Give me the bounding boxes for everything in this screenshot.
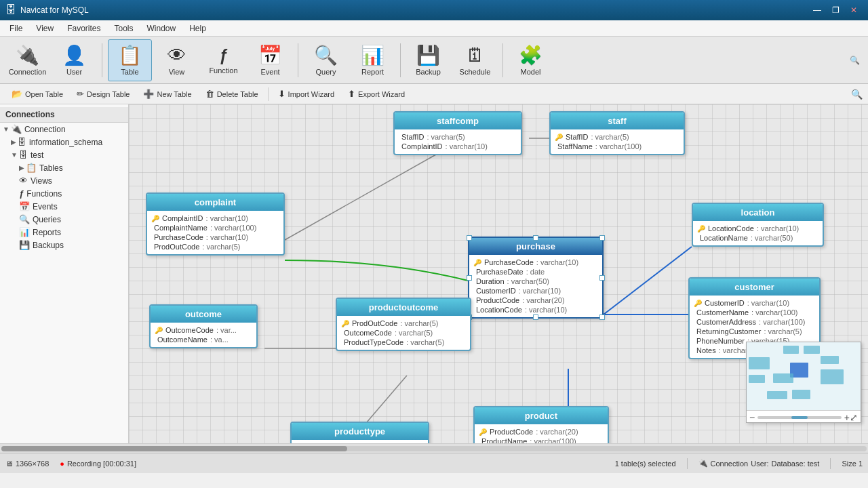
table-row: PurchaseCode : varchar(10) [151,232,279,242]
new-table-button[interactable]: ➕ New Table [137,86,197,102]
sidebar-item-backups[interactable]: 💾 Backups [16,239,128,251]
minimap-block [749,357,769,369]
app-icon: 🗄 [5,4,16,16]
size-text: Size 1 [842,460,863,468]
new-table-icon: ➕ [143,89,154,99]
information-schema-label: information_schema [29,138,102,147]
scroll-track [1,446,867,451]
minimap-block [749,375,765,383]
sidebar-item-tables[interactable]: ▶ 📋 Tables [16,161,128,174]
sidebar-item-reports[interactable]: 📊 Reports [16,226,128,239]
table-producttype[interactable]: producttype 🔑 ProductTypeCode : varchar(… [290,422,429,443]
menu-file[interactable]: File [3,22,29,35]
menu-tools[interactable]: Tools [108,22,140,35]
sidebar-item-events[interactable]: 📅 Events [16,200,128,213]
toolbar-search[interactable]: 🔍 [846,52,863,68]
table-productoutcome[interactable]: productoutcome 🔑 ProdOutCode : varchar(5… [336,298,471,351]
scroll-thumb[interactable] [1,446,347,451]
key-icon: 🔑 [151,215,159,222]
menu-favorites[interactable]: Favorites [60,22,107,35]
sub-toolbar: 📂 Open Table ✏ Design Table ➕ New Table … [0,84,868,104]
toolbar-separator-3 [400,43,401,77]
table-product[interactable]: product 🔑 ProductCode : varchar(20) Prod… [473,406,609,443]
sidebar-item-views[interactable]: 👁 Views [16,174,128,187]
table-purchase[interactable]: purchase 🔑 PurchaseCode : varchar(10) Pu… [468,237,604,319]
menu-window[interactable]: Window [140,22,183,35]
toolbar-separator-2 [298,43,298,77]
minimap-zoom-in[interactable]: + [844,412,850,423]
resize-handle-tm[interactable] [533,235,538,241]
events-label: Events [33,202,58,211]
connection-button[interactable]: 🔌 Connection [5,39,50,81]
schedule-label: Schedule [460,68,491,76]
database-status-text: Database: test [771,460,819,468]
model-button[interactable]: 🧩 Model [509,39,553,81]
menu-help[interactable]: Help [182,22,213,35]
sidebar-item-test[interactable]: ▼ 🗄 test [8,148,128,161]
views-label: Views [31,176,52,186]
table-complaint[interactable]: complaint 🔑 ComplaintID : varchar(10) Co… [146,192,285,256]
table-row: 🔑 PurchaseCode : varchar(10) [473,258,598,267]
export-wizard-button[interactable]: ⬆ Export Wizard [342,86,411,102]
minimap-block [804,346,820,354]
minimap-block [767,391,787,399]
query-button[interactable]: 🔍 Query [304,39,348,81]
sidebar-item-functions[interactable]: ƒ Functions [16,187,128,200]
table-outcome[interactable]: outcome 🔑 OutcomeCode : var... OutcomeNa… [149,304,258,348]
table-staff-body: 🔑 StaffID : varchar(5) StaffName : varch… [551,129,684,154]
sidebar-item-queries[interactable]: 🔍 Queries [16,213,128,226]
table-row: CustomerAddress : varchar(100) [694,317,815,327]
diagram-canvas[interactable]: staffcomp StaffID : varchar(5) Complaint… [129,104,868,443]
app-title: Navicat for MySQL [20,5,808,15]
resize-handle-tl[interactable] [467,235,472,241]
sidebar-item-connection[interactable]: ▼ 🔌 Connection [0,123,128,136]
backup-label: Backup [416,68,441,76]
status-bar: 🖥 1366×768 ● Recording [00:00:31] 1 tabl… [0,453,868,473]
open-table-label: Open Table [25,90,63,98]
horizontal-scrollbar[interactable] [0,443,868,453]
user-button[interactable]: 👤 User [52,39,96,81]
schedule-button[interactable]: 🗓 Schedule [453,39,497,81]
subtoolbar-search-icon[interactable]: 🔍 [851,89,863,100]
view-label: View [169,68,185,76]
resize-handle-ml[interactable] [467,275,472,281]
table-staffcomp[interactable]: staffcomp StaffID : varchar(5) Complaint… [393,111,522,155]
resolution-icon: 🖥 [5,460,13,468]
table-product-header: product [475,407,608,424]
resize-handle-tr[interactable] [599,235,605,241]
open-table-button[interactable]: 📂 Open Table [5,86,69,102]
win-close[interactable]: ✕ [845,5,863,15]
connection-icon: 🔌 [16,44,39,66]
import-wizard-button[interactable]: ⬇ Import Wizard [272,86,340,102]
table-location-header: location [693,204,823,221]
table-button[interactable]: 📋 Table [108,39,152,81]
table-row: ProductTypeCode : varchar(5) [341,338,466,347]
resize-handle-br[interactable] [599,314,605,320]
resize-handle-mr[interactable] [599,275,605,281]
event-button[interactable]: 📅 Event [248,39,292,81]
table-row: StaffID : varchar(5) [399,132,517,142]
minimap-fit[interactable]: ⤢ [850,412,858,423]
win-minimize[interactable]: — [808,5,827,15]
svg-line-1 [285,152,441,240]
win-maximize[interactable]: ❐ [827,5,845,15]
sidebar-item-information_schema[interactable]: ▶ 🗄 information_schema [8,136,128,148]
menu-view[interactable]: View [29,22,60,35]
function-button[interactable]: ƒ Function [201,39,245,81]
report-button[interactable]: 📊 Report [351,39,395,81]
resize-handle-bm[interactable] [533,314,538,320]
table-location[interactable]: location 🔑 LocationCode : varchar(10) Lo… [692,203,824,247]
minimap-slider[interactable] [757,416,842,419]
backup-button[interactable]: 💾 Backup [406,39,450,81]
status-connection: 🔌 Connection User: Database: test [698,459,820,468]
view-button[interactable]: 👁 View [155,39,199,81]
main-area: Connections ▼ 🔌 Connection ▶ 🗄 informati… [0,104,868,443]
minimap-zoom-out[interactable]: − [749,412,755,423]
table-staff[interactable]: staff 🔑 StaffID : varchar(5) StaffName :… [549,111,685,155]
status-table-count: 1 table(s) selected [615,460,676,468]
design-table-button[interactable]: ✏ Design Table [71,86,136,102]
function-label: Function [209,66,237,75]
table-outcome-body: 🔑 OutcomeCode : var... OutcomeName : va.… [151,323,256,347]
delete-table-button[interactable]: 🗑 Delete Table [199,86,264,102]
import-wizard-label: Import Wizard [288,90,334,98]
